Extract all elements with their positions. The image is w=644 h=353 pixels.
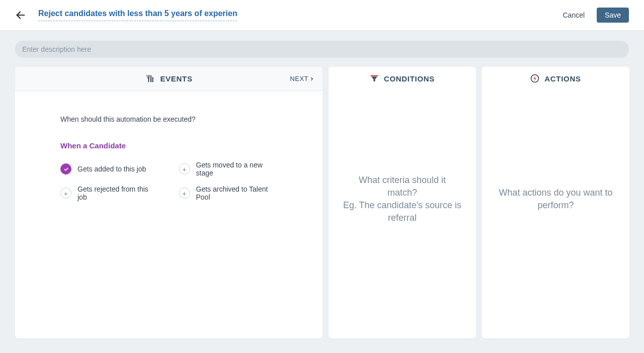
event-option-label: Gets added to this job [77,165,146,173]
back-arrow-button[interactable] [15,10,26,21]
header-left [15,9,237,21]
panels-row: EVENTS NEXT When should this automation … [15,67,629,338]
lightning-icon [530,74,539,83]
conditions-title-text: CONDITIONS [384,74,435,83]
events-title-text: EVENTS [160,74,192,83]
svg-marker-4 [371,76,377,81]
event-option-label: Gets rejected from this job [77,185,159,201]
events-panel-header: EVENTS NEXT [15,67,323,91]
actions-empty: What actions do you want to perform? [482,90,629,338]
event-option-moved[interactable]: + Gets moved to a new stage [179,161,278,177]
event-option-label: Gets moved to a new stage [196,161,278,177]
event-option-added[interactable]: Gets added to this job [60,161,159,177]
events-subtitle: When a Candidate [60,141,277,150]
svg-marker-6 [533,76,536,81]
check-icon [60,163,71,174]
cancel-button[interactable]: Cancel [562,11,585,19]
chevron-right-icon [309,76,314,81]
description-input[interactable] [15,41,629,58]
actions-title-text: ACTIONS [544,74,581,83]
automation-title-input[interactable] [38,9,237,21]
events-panel: EVENTS NEXT When should this automation … [15,67,323,338]
plus-icon: + [179,188,190,199]
events-options: Gets added to this job + Gets moved to a… [60,161,277,201]
arrow-left-icon [15,10,26,21]
conditions-empty: What criteria should it match?Eg. The ca… [329,90,476,338]
conditions-panel-header: CONDITIONS [329,67,476,90]
conditions-panel-title: CONDITIONS [370,74,435,83]
events-question: When should this automation be executed? [60,115,277,123]
conditions-panel[interactable]: CONDITIONS What criteria should it match… [329,67,476,338]
event-option-label: Gets archived to Talent Pool [196,185,278,201]
events-icon [145,74,155,83]
save-button[interactable]: Save [597,8,629,23]
plus-icon: + [179,163,190,174]
next-button[interactable]: NEXT [290,75,314,82]
plus-icon: + [60,188,71,199]
actions-panel[interactable]: ACTIONS What actions do you want to perf… [482,67,629,338]
next-label: NEXT [290,75,308,82]
event-option-rejected[interactable]: + Gets rejected from this job [60,185,159,201]
svg-rect-1 [150,75,151,82]
page-header: Cancel Save [0,0,644,31]
conditions-empty-text: What criteria should it match?Eg. The ca… [343,174,462,225]
actions-panel-title: ACTIONS [530,74,581,83]
actions-panel-header: ACTIONS [482,67,629,90]
content-area: EVENTS NEXT When should this automation … [0,31,644,353]
filter-icon [370,74,379,83]
header-right: Cancel Save [562,8,629,23]
actions-empty-text: What actions do you want to perform? [496,187,615,212]
svg-rect-3 [370,75,378,76]
events-panel-title: EVENTS [145,74,192,83]
event-option-archived[interactable]: + Gets archived to Talent Pool [179,185,278,201]
svg-rect-2 [152,77,153,82]
events-body: When should this automation be executed?… [15,91,323,211]
